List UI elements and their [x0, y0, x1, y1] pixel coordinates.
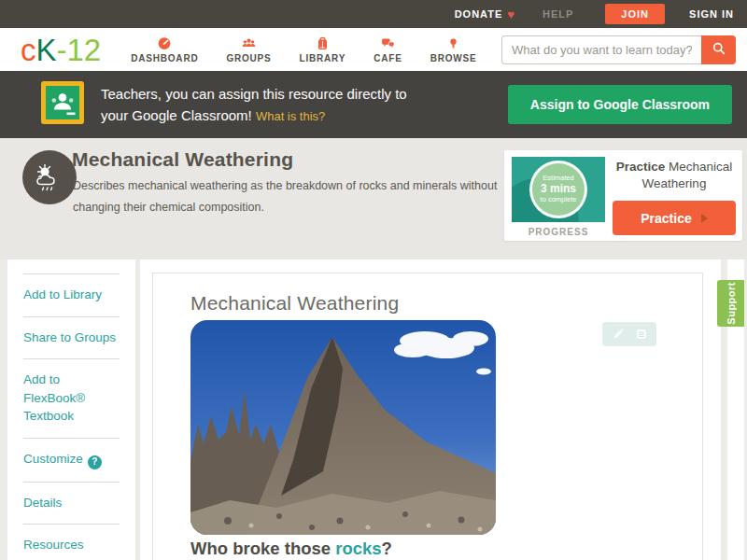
sign-in-link[interactable]: SIGN IN	[689, 8, 734, 20]
practice-title: Practice Mechanical Weathering	[613, 159, 736, 192]
sidebar-item-add-to-flexbook[interactable]: Add to FlexBook® Textbook	[23, 358, 120, 438]
practice-button-label: Practice	[641, 211, 691, 226]
support-tab[interactable]: Support	[717, 280, 744, 327]
nav-items: DASHBOARD GROUPS LIBRARY CAFE	[131, 35, 476, 63]
practice-right: Practice Mechanical Weathering Practice	[613, 159, 736, 235]
nav-label: CAFE	[374, 53, 402, 63]
support-tab-label: Support	[726, 282, 737, 325]
top-utility-bar: DONATE ♥ HELP JOIN SIGN IN	[0, 0, 747, 28]
progress-label: PROGRESS	[512, 227, 605, 237]
sidebar-item-resources[interactable]: Resources	[23, 524, 120, 560]
estimated-time-badge: Estimated 3 mins to complete	[529, 161, 587, 218]
resource-description: Describes mechanical weathering as the b…	[73, 175, 500, 217]
main-navbar: c K -12 DASHBOARD GROUPS LIBRARY	[0, 28, 747, 71]
sidebar-item-add-to-library[interactable]: Add to Library	[23, 273, 120, 316]
classroom-banner-text: Teachers, you can assign this resource d…	[101, 83, 407, 127]
lesson-question: Who broke those rocks?	[190, 539, 392, 559]
weather-icon	[22, 150, 77, 204]
nav-item-dashboard[interactable]: DASHBOARD	[131, 35, 198, 63]
what-is-this-link[interactable]: What is this?	[256, 109, 325, 123]
search-bar	[501, 35, 736, 64]
sidebar-item-details[interactable]: Details	[23, 482, 120, 525]
heart-icon: ♥	[507, 7, 514, 21]
practice-button[interactable]: Practice	[613, 201, 736, 235]
donate-label: DONATE	[455, 8, 503, 20]
page: DONATE ♥ HELP JOIN SIGN IN c K -12 DASHB…	[0, 0, 747, 560]
nav-label: DASHBOARD	[131, 53, 198, 63]
nav-item-groups[interactable]: GROUPS	[226, 35, 271, 63]
logo-part-12: -12	[57, 35, 102, 65]
people-icon	[240, 35, 258, 51]
practice-title-bold: Practice	[616, 160, 666, 174]
gauge-icon	[156, 35, 173, 51]
banner-line-1: Teachers, you can assign this resource d…	[101, 86, 407, 102]
assign-to-classroom-button[interactable]: Assign to Google Classroom	[508, 85, 732, 124]
google-classroom-icon	[41, 81, 84, 128]
badge-line-3: to complete	[541, 196, 577, 204]
help-link[interactable]: HELP	[543, 8, 573, 20]
badge-line-2: 3 mins	[541, 183, 576, 196]
nav-item-browse[interactable]: BROWSE	[430, 35, 477, 63]
logo-part-c: c	[21, 35, 36, 65]
logo-part-k: K	[36, 35, 57, 65]
nav-label: GROUPS	[226, 53, 271, 63]
chat-bubbles-icon	[379, 35, 397, 51]
classroom-banner: Teachers, you can assign this resource d…	[0, 71, 747, 138]
arrow-right-icon	[701, 214, 708, 223]
main-panel: Mechanical Weathering	[140, 259, 721, 560]
mountain-photo	[190, 320, 496, 535]
article-card: Mechanical Weathering	[152, 273, 703, 560]
sidebar-item-share-to-groups[interactable]: Share to Groups	[23, 316, 120, 359]
search-input[interactable]	[501, 35, 701, 64]
question-suffix: ?	[382, 539, 392, 558]
question-prefix: Who broke those	[190, 539, 335, 558]
nav-item-cafe[interactable]: CAFE	[374, 35, 402, 63]
practice-widget: Estimated 3 mins to complete PROGRESS Pr…	[504, 150, 742, 241]
article-title: Mechanical Weathering	[190, 292, 399, 315]
resource-title: Mechanical Weathering	[72, 148, 293, 171]
customize-label: Customize	[23, 452, 83, 466]
help-question-icon[interactable]: ?	[88, 455, 102, 469]
nav-label: LIBRARY	[300, 53, 346, 63]
notes-icon[interactable]	[635, 328, 648, 341]
join-button[interactable]: JOIN	[605, 4, 665, 24]
sidebar-item-customize[interactable]: Customize?	[23, 438, 120, 482]
ck12-logo[interactable]: c K -12	[21, 35, 101, 65]
pencil-icon[interactable]	[612, 328, 625, 341]
resource-header: Mechanical Weathering Describes mechanic…	[0, 138, 747, 259]
nav-label: BROWSE	[430, 53, 477, 63]
annotation-toolbar	[602, 322, 656, 346]
backpack-icon	[315, 35, 331, 51]
search-button[interactable]	[701, 35, 736, 64]
banner-line-2: your Google Classroom!	[101, 107, 252, 123]
rocks-link[interactable]: rocks	[335, 539, 381, 558]
practice-thumbnail[interactable]: Estimated 3 mins to complete	[512, 157, 605, 222]
action-sidebar: Add to Library Share to Groups Add to Fl…	[7, 259, 135, 560]
nav-item-library[interactable]: LIBRARY	[300, 35, 346, 63]
lightbulb-icon	[447, 35, 459, 51]
donate-link[interactable]: DONATE ♥	[455, 7, 514, 21]
search-icon	[711, 40, 727, 60]
